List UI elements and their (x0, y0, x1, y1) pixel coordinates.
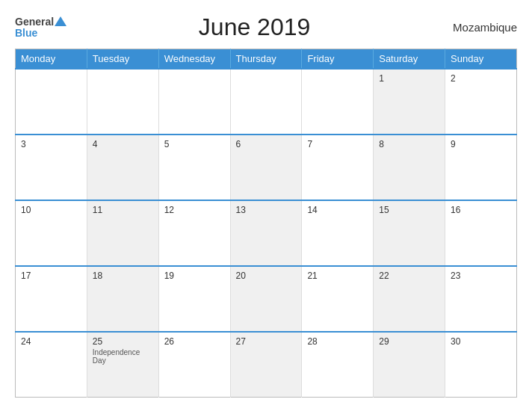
day-number: 6 (236, 139, 297, 149)
calendar-cell: 19 (158, 266, 230, 332)
calendar-cell (158, 69, 230, 135)
logo-blue-text: Blue (15, 27, 37, 39)
country-label: Mozambique (442, 21, 517, 34)
day-number: 28 (307, 336, 368, 347)
calendar-cell: 20 (230, 266, 302, 332)
calendar-cell: 27 (230, 332, 302, 398)
day-number: 21 (307, 271, 368, 281)
calendar-cell: 12 (158, 200, 230, 266)
calendar-cell: 21 (302, 266, 374, 332)
day-number: 22 (379, 271, 439, 281)
header-sunday: Sunday (445, 49, 517, 69)
calendar-table: Monday Tuesday Wednesday Thursday Friday… (15, 49, 517, 398)
weekday-header-row: Monday Tuesday Wednesday Thursday Friday… (16, 49, 517, 69)
day-number: 25 (93, 336, 153, 347)
table-row: 3456789 (16, 135, 517, 200)
day-number: 29 (379, 336, 439, 347)
day-number: 3 (21, 139, 81, 149)
day-number: 10 (21, 205, 81, 215)
day-number: 7 (307, 139, 368, 149)
day-number: 5 (164, 139, 225, 149)
calendar-cell (230, 69, 302, 135)
calendar-cell: 15 (374, 200, 445, 266)
day-number: 18 (93, 271, 153, 281)
calendar-cell: 29 (374, 332, 445, 398)
logo: General Blue (15, 16, 66, 39)
day-number: 27 (236, 336, 297, 347)
table-row: 2425Independence Day2627282930 (16, 332, 517, 398)
day-number: 24 (21, 336, 81, 347)
table-row: 17181920212223 (16, 266, 517, 332)
logo-general-text: General (15, 16, 54, 27)
calendar-cell: 9 (445, 135, 517, 200)
header-thursday: Thursday (230, 49, 302, 69)
calendar-cell: 11 (87, 200, 158, 266)
calendar-cell: 22 (374, 266, 445, 332)
table-row: 10111213141516 (16, 200, 517, 266)
day-number: 13 (236, 205, 297, 215)
calendar-cell (302, 69, 374, 135)
header-wednesday: Wednesday (158, 49, 230, 69)
calendar-cell: 30 (445, 332, 517, 398)
day-number: 4 (93, 139, 153, 149)
calendar-cell: 3 (16, 135, 87, 200)
day-number: 23 (451, 271, 511, 281)
calendar-cell: 13 (230, 200, 302, 266)
calendar-cell: 28 (302, 332, 374, 398)
header-tuesday: Tuesday (87, 49, 158, 69)
header-saturday: Saturday (374, 49, 445, 69)
calendar-cell: 18 (87, 266, 158, 332)
day-number: 1 (379, 73, 439, 84)
calendar-cell: 8 (374, 135, 445, 200)
day-number: 9 (451, 139, 511, 149)
day-number: 2 (451, 73, 511, 84)
day-number: 16 (451, 205, 511, 215)
calendar-cell: 23 (445, 266, 517, 332)
day-number: 17 (21, 271, 81, 281)
holiday-label: Independence Day (93, 348, 153, 365)
day-number: 12 (164, 205, 225, 215)
logo-triangle-icon (55, 16, 66, 26)
calendar-cell: 5 (158, 135, 230, 200)
calendar-cell (87, 69, 158, 135)
calendar-cell: 4 (87, 135, 158, 200)
calendar-cell: 7 (302, 135, 374, 200)
table-row: 12 (16, 69, 517, 135)
calendar-cell: 1 (374, 69, 445, 135)
day-number: 15 (379, 205, 439, 215)
calendar-cell: 16 (445, 200, 517, 266)
header-friday: Friday (302, 49, 374, 69)
page: General Blue June 2019 Mozambique Monday… (0, 0, 532, 411)
day-number: 30 (451, 336, 511, 347)
day-number: 8 (379, 139, 439, 149)
calendar-cell: 25Independence Day (87, 332, 158, 398)
header: General Blue June 2019 Mozambique (15, 13, 517, 41)
header-monday: Monday (16, 49, 87, 69)
calendar-cell: 24 (16, 332, 87, 398)
day-number: 11 (93, 205, 153, 215)
calendar-cell (16, 69, 87, 135)
calendar-cell: 6 (230, 135, 302, 200)
calendar-cell: 14 (302, 200, 374, 266)
calendar-title: June 2019 (66, 13, 442, 41)
day-number: 20 (236, 271, 297, 281)
calendar-cell: 10 (16, 200, 87, 266)
day-number: 26 (164, 336, 225, 347)
calendar-cell: 17 (16, 266, 87, 332)
calendar-cell: 2 (445, 69, 517, 135)
calendar-cell: 26 (158, 332, 230, 398)
day-number: 14 (307, 205, 368, 215)
day-number: 19 (164, 271, 225, 281)
